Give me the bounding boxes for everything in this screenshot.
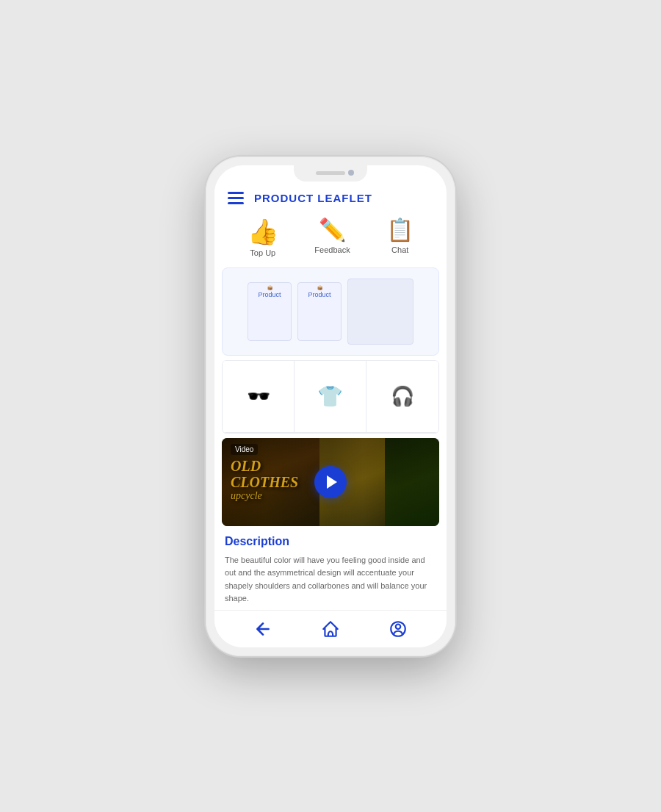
back-button[interactable] [253,619,272,639]
app-content: PRODUCT LEAFLET 👍 Top Up ✏️ Feedback 📋 C… [214,165,447,647]
menu-line-2 [228,197,244,199]
phone-screen: PRODUCT LEAFLET 👍 Top Up ✏️ Feedback 📋 C… [214,165,447,647]
product-cell-headphones[interactable]: 🎧 [366,361,438,433]
headphones-icon: 🎧 [391,385,414,408]
product-cell-sunglasses[interactable]: 🕶️ [223,361,295,433]
product-box-3 [347,279,413,345]
scroll-area[interactable]: 📦 Product 📦 Product 🕶️ [214,267,447,610]
chat-action[interactable]: 📋 Chat [386,219,413,257]
shirt-icon: 👕 [317,384,343,409]
back-arrow-icon [253,619,272,639]
product-grid: 🕶️ 👕 🎧 [222,360,439,434]
page-title: PRODUCT LEAFLET [254,192,372,204]
phone-frame: PRODUCT LEAFLET 👍 Top Up ✏️ Feedback 📋 C… [206,157,455,656]
home-icon [321,619,340,639]
feedback-label: Feedback [314,245,350,254]
header: PRODUCT LEAFLET [214,182,447,212]
video-title-line1: OLD [231,458,298,474]
play-triangle-icon [327,475,337,489]
video-section[interactable]: Video OLD CLOTHES upcycle [222,438,439,526]
quick-actions-bar: 👍 Top Up ✏️ Feedback 📋 Chat [214,212,447,267]
top-up-label: Top Up [250,248,275,257]
home-button[interactable] [321,619,340,639]
video-label: Video [231,444,258,455]
play-button-container[interactable] [314,466,347,498]
phone-notch [294,165,367,182]
speaker [316,171,345,175]
description-title: Description [225,535,436,548]
camera [348,170,354,176]
profile-button[interactable] [389,619,408,639]
top-up-icon: 👍 [248,219,278,244]
box-label-1: 📦 [267,286,272,291]
menu-line-1 [228,192,244,194]
video-title: OLD CLOTHES upcycle [231,458,298,501]
product-box-1: 📦 Product [248,282,292,341]
description-section: Description The beautiful color will hav… [214,526,447,610]
feedback-action[interactable]: ✏️ Feedback [314,219,350,257]
menu-button[interactable] [228,192,244,204]
product-banner: 📦 Product 📦 Product [222,267,439,356]
box-label-2: 📦 [317,286,322,291]
description-text: The beautiful color will have you feelin… [225,554,436,606]
profile-icon [389,619,408,639]
product-box-2: 📦 Product [297,282,342,341]
sunglasses-icon: 🕶️ [247,385,270,408]
chat-icon: 📋 [386,219,413,241]
svg-point-1 [396,624,401,629]
feedback-icon: ✏️ [319,219,346,241]
play-button[interactable] [314,466,347,498]
video-title-line2: CLOTHES [231,474,298,490]
menu-line-3 [228,202,244,204]
bottom-nav [214,610,447,647]
box-tag-1: Product [258,291,281,300]
video-title-line3: upcycle [231,490,298,501]
top-up-action[interactable]: 👍 Top Up [248,219,278,257]
product-cell-shirt[interactable]: 👕 [295,361,366,433]
box-tag-2: Product [308,291,330,300]
chat-label: Chat [391,245,408,254]
